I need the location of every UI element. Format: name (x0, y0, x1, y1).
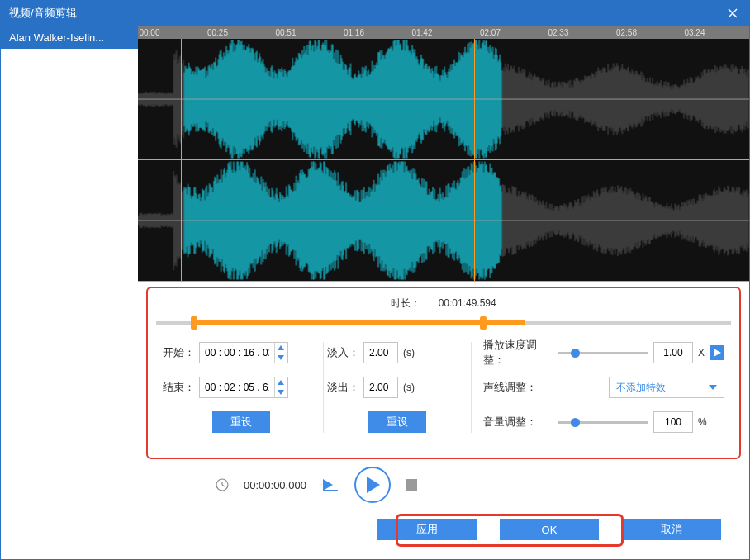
ruler-tick: 00:25 (207, 28, 228, 37)
end-time-input[interactable] (199, 377, 288, 398)
chevron-down-icon (709, 385, 717, 390)
waveform-area[interactable] (138, 39, 749, 282)
ruler-tick: 01:16 (344, 28, 364, 37)
start-up-icon[interactable] (275, 343, 287, 353)
waveform-channel-bottom (138, 160, 749, 281)
fade-out-unit: (s) (403, 382, 415, 393)
ruler-tick: 02:33 (548, 28, 568, 37)
selection-marker-start[interactable] (181, 39, 182, 282)
range-handle-start[interactable] (191, 316, 197, 330)
fade-in-input[interactable] (363, 342, 398, 363)
clock-icon (216, 478, 229, 491)
svg-marker-2 (278, 345, 284, 350)
fade-in-field[interactable] (364, 347, 397, 358)
playback-bar: 00:00:00.000 (1, 464, 749, 505)
start-time-input[interactable] (199, 342, 288, 363)
range-slider[interactable] (156, 316, 731, 330)
file-list: Alan Walker-Iselin... (1, 26, 138, 464)
fade-out-field[interactable] (364, 382, 397, 393)
ruler-tick: 01:42 (411, 28, 432, 37)
time-ruler: 00:0000:2500:5101:1601:4202:0702:3302:58… (138, 26, 749, 39)
duration-label: 时长： (391, 297, 420, 311)
voice-effect-combo[interactable]: 不添加特效 (609, 377, 724, 398)
fade-in-unit: (s) (403, 347, 415, 358)
svg-line-10 (222, 485, 225, 486)
svg-marker-13 (367, 477, 380, 493)
playback-time: 00:00:00.000 (244, 479, 306, 491)
speed-value[interactable] (653, 342, 693, 363)
range-handle-end[interactable] (480, 316, 487, 330)
apply-button[interactable]: 应用 (377, 519, 477, 540)
svg-marker-11 (323, 479, 333, 491)
title-bar: 视频/音频剪辑 (1, 1, 749, 26)
speed-unit: X (698, 347, 705, 358)
start-time-field[interactable] (200, 347, 274, 358)
fade-out-input[interactable] (363, 377, 398, 398)
file-name: Alan Walker-Iselin... (9, 31, 104, 44)
speed-preview-icon[interactable] (710, 345, 724, 360)
ruler-tick: 02:07 (480, 28, 501, 37)
ruler-tick: 00:00 (139, 28, 159, 37)
end-down-icon[interactable] (275, 387, 287, 397)
cancel-button[interactable]: 取消 (622, 519, 721, 540)
fade-in-label: 淡入： (327, 345, 363, 360)
volume-label: 音量调整： (483, 415, 558, 429)
svg-marker-3 (278, 355, 284, 360)
volume-unit: % (698, 416, 707, 428)
set-start-icon[interactable] (321, 477, 339, 492)
voice-label: 声线调整： (483, 380, 558, 395)
svg-marker-4 (278, 380, 284, 385)
file-item[interactable]: Alan Walker-Iselin... (1, 26, 138, 49)
end-time-field[interactable] (200, 382, 274, 393)
waveform-channel-top (138, 39, 749, 159)
selection-marker-end[interactable] (474, 39, 475, 282)
speed-slider[interactable] (558, 346, 648, 359)
play-button[interactable] (354, 467, 391, 503)
svg-marker-6 (714, 349, 721, 357)
window-title: 视频/音频剪辑 (9, 6, 77, 21)
fade-reset-button[interactable]: 重设 (368, 411, 426, 433)
svg-marker-7 (709, 385, 717, 390)
end-up-icon[interactable] (275, 377, 287, 387)
close-button[interactable] (724, 5, 741, 21)
ok-button[interactable]: OK (500, 519, 599, 540)
start-label: 开始： (163, 345, 199, 360)
start-down-icon[interactable] (275, 353, 287, 363)
volume-value[interactable] (653, 411, 693, 433)
fade-out-label: 淡出： (327, 380, 363, 395)
svg-rect-12 (323, 490, 338, 491)
end-label: 结束： (163, 380, 199, 395)
speed-label: 播放速度调整： (483, 338, 558, 368)
trim-reset-button[interactable]: 重设 (212, 411, 270, 433)
ruler-tick: 03:24 (684, 28, 705, 37)
duration-value: 00:01:49.594 (439, 297, 496, 309)
voice-effect-value: 不添加特效 (616, 381, 666, 395)
controls-panel: 时长： 00:01:49.594 开始： (146, 287, 741, 459)
stop-button[interactable] (406, 479, 417, 491)
ruler-tick: 00:51 (275, 28, 296, 37)
footer: 应用 OK 取消 (1, 505, 749, 553)
volume-slider[interactable] (558, 415, 648, 429)
ruler-tick: 02:58 (616, 28, 637, 37)
svg-marker-5 (278, 390, 284, 395)
